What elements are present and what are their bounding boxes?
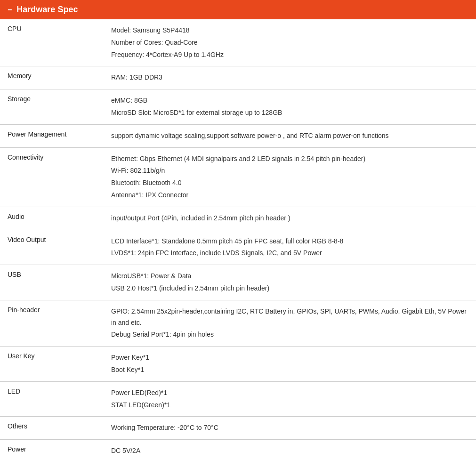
table-row: USBMicroUSB*1: Power & DataUSB 2.0 Host*… [0,265,476,300]
value-line: Boot Key*1 [111,364,468,376]
row-value: support dynamic voltage scaling,support … [104,124,476,147]
table-row: CPUModel: Samsung S5P4418Number of Cores… [0,19,476,66]
value-line: Frequency: 4*Cortex-A9 Up to 1.4GHz [111,49,468,61]
value-line: RAM: 1GB DDR3 [111,72,468,83]
row-value: MicroUSB*1: Power & DataUSB 2.0 Host*1 (… [104,265,476,300]
value-line: LCD Interface*1: Standalone 0.5mm pitch … [111,236,468,247]
table-row: ConnectivityEthernet: Gbps Ethernet (4 M… [0,147,476,207]
spec-table: CPUModel: Samsung S5P4418Number of Cores… [0,19,476,462]
table-row: StorageeMMC: 8GBMicroSD Slot: MicroSD*1 … [0,89,476,125]
value-line: Debug Serial Port*1: 4pin pin holes [111,329,468,340]
table-row: LEDPower LED(Red)*1STAT LED(Green)*1 [0,381,476,417]
table-row: User KeyPower Key*1Boot Key*1 [0,347,476,382]
table-row: PowerDC 5V/2A [0,440,476,462]
value-line: GPIO: 2.54mm 25x2pin-header,containing I… [111,306,468,329]
row-label: CPU [0,19,104,66]
value-line: MicroSD Slot: MicroSD*1 for external sto… [111,107,468,119]
row-value: Power Key*1Boot Key*1 [104,347,476,382]
value-line: USB 2.0 Host*1 (included in 2.54mm pitch… [111,283,468,294]
row-label: User Key [0,347,104,382]
table-row: MemoryRAM: 1GB DDR3 [0,66,476,89]
table-row: Video OutputLCD Interface*1: Standalone … [0,230,476,265]
row-value: Model: Samsung S5P4418Number of Cores: Q… [104,19,476,66]
value-line: Ethernet: Gbps Ethernet (4 MDI signalpai… [111,153,468,165]
row-value: Working Temperature: -20°C to 70°C [104,417,476,440]
value-line: DC 5V/2A [111,445,468,457]
row-value: input/output Port (4Pin, included in 2.5… [104,207,476,230]
row-label: Power Management [0,124,104,147]
row-label: Memory [0,66,104,89]
row-label: Connectivity [0,147,104,207]
collapse-icon[interactable]: − [8,6,12,14]
value-line: Power Key*1 [111,352,468,363]
table-row: Audioinput/output Port (4Pin, included i… [0,207,476,230]
value-line: eMMC: 8GB [111,95,468,106]
value-line: support dynamic voltage scaling,support … [111,130,468,142]
row-label: Storage [0,89,104,125]
row-value: GPIO: 2.54mm 25x2pin-header,containing I… [104,300,476,346]
page-title: Hardware Spec [16,5,78,15]
row-label: Video Output [0,230,104,265]
row-label: Pin-header [0,300,104,346]
value-line: Model: Samsung S5P4418 [111,25,468,36]
row-label: Audio [0,207,104,230]
value-line: Bluetooth: Bluetooth 4.0 [111,177,468,189]
value-line: Power LED(Red)*1 [111,387,468,399]
row-value: Ethernet: Gbps Ethernet (4 MDI signalpai… [104,147,476,207]
row-label: Power [0,440,104,462]
table-row: Pin-headerGPIO: 2.54mm 25x2pin-header,co… [0,300,476,346]
row-value: eMMC: 8GBMicroSD Slot: MicroSD*1 for ext… [104,89,476,125]
value-line: input/output Port (4Pin, included in 2.5… [111,213,468,224]
row-value: LCD Interface*1: Standalone 0.5mm pitch … [104,230,476,265]
row-value: Power LED(Red)*1STAT LED(Green)*1 [104,381,476,417]
value-line: Wi-Fi: 802.11b/g/n [111,165,468,177]
row-value: RAM: 1GB DDR3 [104,66,476,89]
table-row: OthersWorking Temperature: -20°C to 70°C [0,417,476,440]
value-line: Working Temperature: -20°C to 70°C [111,422,468,434]
row-value: DC 5V/2A [104,440,476,462]
value-line: Antenna*1: IPX Connector [111,190,468,201]
value-line: STAT LED(Green)*1 [111,400,468,411]
value-line: Number of Cores: Quad-Core [111,37,468,48]
row-label: USB [0,265,104,300]
value-line: MicroUSB*1: Power & Data [111,271,468,282]
row-label: LED [0,381,104,417]
header: − Hardware Spec [0,0,476,19]
table-row: Power Managementsupport dynamic voltage … [0,124,476,147]
row-label: Others [0,417,104,440]
value-line: LVDS*1: 24pin FPC Interface, include LVD… [111,248,468,259]
